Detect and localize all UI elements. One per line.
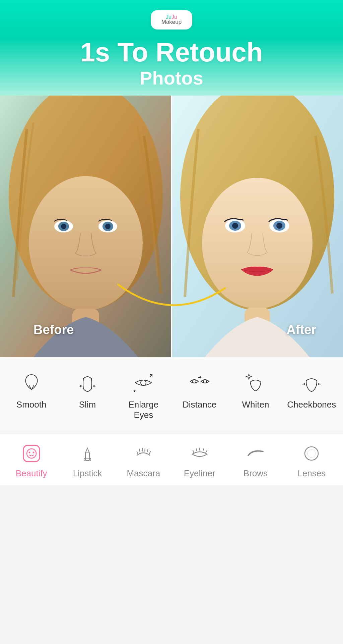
- brows-icon: [244, 442, 267, 465]
- svg-point-8: [105, 224, 111, 229]
- nav-lipstick[interactable]: Lipstick: [64, 442, 111, 479]
- tool-cheekbones[interactable]: Cheekbones: [288, 371, 335, 410]
- nav-eyeliner[interactable]: Eyeliner: [176, 442, 223, 479]
- enlarge-eyes-icon: [131, 371, 155, 395]
- tools-section: Smooth Slim: [0, 357, 343, 430]
- svg-line-35: [147, 449, 148, 452]
- svg-rect-29: [85, 453, 89, 460]
- svg-point-42: [305, 447, 318, 460]
- photo-comparison: Before After: [0, 96, 343, 357]
- svg-point-28: [32, 452, 34, 453]
- nav-lenses[interactable]: Lenses: [288, 442, 335, 479]
- cheekbones-icon: [299, 371, 324, 395]
- svg-point-26: [27, 449, 36, 458]
- svg-point-22: [141, 380, 146, 385]
- header-section: Ju Ju Makeup 1s To Retouch Photos: [0, 0, 343, 96]
- tool-distance[interactable]: Distance: [176, 371, 223, 410]
- svg-point-10: [93, 245, 94, 247]
- svg-line-40: [203, 448, 204, 451]
- lenses-icon: [300, 442, 323, 465]
- logo-badge: Ju Ju Makeup: [151, 10, 192, 30]
- eyeliner-icon: [188, 442, 211, 465]
- svg-point-24: [203, 380, 207, 383]
- whiten-label: Whiten: [242, 399, 269, 410]
- mascara-icon: [132, 442, 155, 465]
- svg-point-27: [28, 452, 30, 453]
- beautify-label: Beautify: [16, 468, 47, 479]
- nav-mascara[interactable]: Mascara: [120, 442, 167, 479]
- tool-smooth[interactable]: Smooth: [8, 371, 55, 410]
- beautify-icon: [20, 442, 43, 465]
- enlarge-eyes-label: Enlarge Eyes: [120, 399, 167, 420]
- yellow-curve: [115, 281, 228, 324]
- smooth-icon: [19, 371, 44, 395]
- tool-slim[interactable]: Slim: [64, 371, 111, 410]
- after-label: After: [286, 323, 316, 337]
- svg-line-41: [206, 450, 207, 453]
- lipstick-icon: [76, 442, 99, 465]
- cheekbones-label: Cheekbones: [287, 399, 336, 410]
- whiten-icon: [244, 371, 268, 395]
- svg-point-23: [193, 380, 196, 383]
- slim-label: Slim: [79, 399, 96, 410]
- before-label: Before: [33, 323, 74, 337]
- svg-line-34: [145, 448, 145, 451]
- distance-label: Distance: [183, 399, 216, 410]
- svg-line-32: [139, 449, 140, 452]
- mascara-label: Mascara: [127, 468, 160, 479]
- svg-line-36: [149, 451, 151, 454]
- slim-icon: [75, 371, 99, 395]
- tool-enlarge-eyes[interactable]: Enlarge Eyes: [120, 371, 167, 420]
- svg-point-20: [276, 223, 282, 229]
- tool-whiten[interactable]: Whiten: [232, 371, 279, 410]
- nav-beautify[interactable]: Beautify: [8, 442, 55, 479]
- lenses-label: Lenses: [297, 468, 326, 479]
- svg-rect-25: [23, 445, 40, 462]
- svg-line-31: [137, 451, 138, 454]
- distance-icon: [188, 371, 212, 395]
- headline-sub: Photos: [140, 67, 203, 89]
- brows-label: Brows: [244, 468, 268, 479]
- bottom-nav: Beautify Lipstick: [0, 434, 343, 485]
- logo-subtitle: Makeup: [161, 19, 182, 25]
- eyeliner-label: Eyeliner: [184, 468, 215, 479]
- tools-row: Smooth Slim: [3, 371, 340, 420]
- svg-point-5: [61, 224, 66, 229]
- svg-point-9: [76, 246, 78, 247]
- headline: 1s To Retouch: [80, 39, 263, 66]
- svg-point-17: [232, 223, 238, 229]
- svg-line-37: [193, 450, 194, 453]
- lipstick-label: Lipstick: [73, 468, 102, 479]
- nav-brows[interactable]: Brows: [232, 442, 279, 479]
- svg-point-43: [307, 449, 316, 458]
- smooth-label: Smooth: [16, 399, 47, 410]
